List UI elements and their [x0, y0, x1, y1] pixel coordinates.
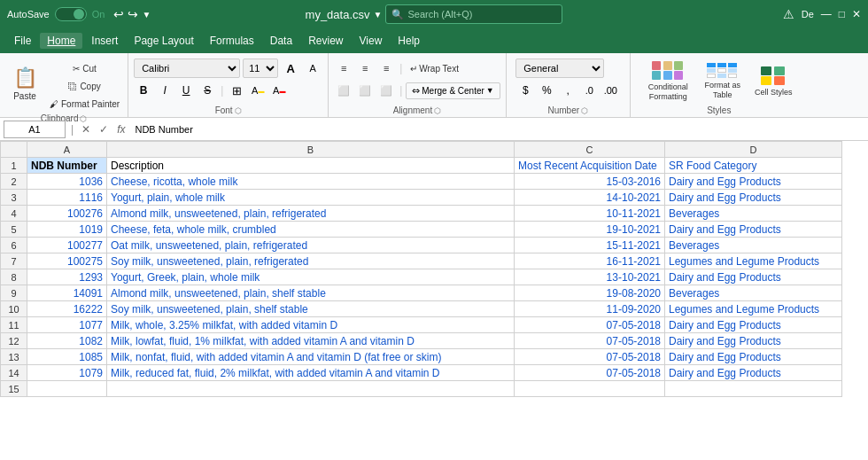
cell-b[interactable]: Milk, nonfat, fluid, with added vitamin …	[107, 349, 515, 365]
menu-view[interactable]: View	[353, 33, 390, 49]
cell-a[interactable]	[27, 381, 107, 397]
undo-icon[interactable]: ↩	[113, 7, 124, 21]
cell-b[interactable]: Almond milk, unsweetened, plain, shelf s…	[107, 285, 515, 301]
cut-button[interactable]: ✂ Cut	[47, 60, 122, 76]
cell-d[interactable]: Dairy and Egg Products	[665, 365, 842, 381]
formula-input[interactable]	[131, 124, 864, 135]
cell-b[interactable]: Milk, whole, 3.25% milkfat, with added v…	[107, 317, 515, 333]
cancel-formula-icon[interactable]: ✕	[79, 123, 93, 136]
maximize-icon[interactable]: □	[839, 8, 845, 20]
font-name-select[interactable]: Calibri	[134, 58, 240, 78]
merge-center-button[interactable]: ⇔ Merge & Center ▼	[406, 82, 500, 99]
strikethrough-button[interactable]: S	[198, 81, 217, 100]
cell-a[interactable]: 16222	[27, 301, 107, 317]
cell-c[interactable]	[515, 381, 665, 397]
align-top-right-button[interactable]: ≡	[376, 58, 396, 78]
font-expand-icon[interactable]: ⬡	[235, 106, 242, 115]
menu-file[interactable]: File	[7, 33, 38, 49]
cell-c[interactable]: 13-10-2021	[515, 269, 665, 285]
increase-decimal-button[interactable]: .0	[579, 81, 599, 100]
cell-d[interactable]: Beverages	[665, 206, 842, 222]
menu-help[interactable]: Help	[391, 33, 427, 49]
menu-review[interactable]: Review	[301, 33, 350, 49]
wrap-text-button[interactable]: ↵ Wrap Text	[406, 58, 463, 78]
cell-styles-button[interactable]: Cell Styles	[750, 58, 796, 105]
cell-c[interactable]: Most Recent Acquisition Date	[515, 158, 665, 174]
menu-home[interactable]: Home	[40, 33, 82, 49]
cell-a[interactable]: 1116	[27, 190, 107, 206]
cell-d[interactable]: Dairy and Egg Products	[665, 317, 842, 333]
align-top-center-button[interactable]: ≡	[355, 58, 375, 78]
menu-insert[interactable]: Insert	[84, 33, 125, 49]
italic-button[interactable]: I	[155, 81, 174, 100]
cell-c[interactable]: 10-11-2021	[515, 206, 665, 222]
cell-b[interactable]: Description	[107, 158, 515, 174]
border-button[interactable]: ⊞	[227, 81, 246, 100]
autosave-toggle[interactable]	[55, 7, 87, 21]
cell-d[interactable]	[665, 381, 842, 397]
copy-button[interactable]: ⿻ Copy	[47, 78, 122, 94]
cell-d[interactable]: Legumes and Legume Products	[665, 253, 842, 269]
percent-button[interactable]: %	[537, 81, 556, 100]
number-expand-icon[interactable]: ⬡	[581, 106, 588, 115]
paste-button[interactable]: 📋 Paste	[5, 60, 44, 106]
decrease-decimal-button[interactable]: .00	[601, 81, 620, 100]
redo-icon[interactable]: ↪	[128, 7, 138, 21]
cell-a[interactable]: 100277	[27, 238, 107, 253]
cell-b[interactable]: Soy milk, unsweetened, plain, refrigerat…	[107, 253, 515, 269]
cell-d[interactable]: Dairy and Egg Products	[665, 222, 842, 238]
number-format-select[interactable]: General	[515, 58, 604, 78]
cell-d[interactable]: Dairy and Egg Products	[665, 333, 842, 349]
cell-a[interactable]: 14091	[27, 285, 107, 301]
cell-b[interactable]: Milk, lowfat, fluid, 1% milkfat, with ad…	[107, 333, 515, 349]
increase-font-button[interactable]: A	[281, 58, 300, 78]
cell-d[interactable]: Beverages	[665, 238, 842, 253]
align-right-button[interactable]: ⬜	[376, 81, 396, 100]
cell-d[interactable]: Dairy and Egg Products	[665, 349, 842, 365]
cell-d[interactable]: Dairy and Egg Products	[665, 269, 842, 285]
merge-dropdown-icon[interactable]: ▼	[486, 86, 494, 95]
cell-a[interactable]: 1077	[27, 317, 107, 333]
comma-button[interactable]: ,	[558, 81, 577, 100]
currency-button[interactable]: $	[515, 81, 535, 100]
spreadsheet[interactable]: A B C D 1NDB NumberDescriptionMost Recen…	[0, 141, 868, 397]
cell-a[interactable]: 1019	[27, 222, 107, 238]
col-header-a[interactable]: A	[27, 142, 107, 158]
cell-d[interactable]: Dairy and Egg Products	[665, 190, 842, 206]
format-as-table-button[interactable]: Format as Table	[698, 58, 747, 105]
col-header-d[interactable]: D	[665, 142, 842, 158]
cell-d[interactable]: Legumes and Legume Products	[665, 301, 842, 317]
align-left-button[interactable]: ⬜	[334, 81, 353, 100]
menu-formulas[interactable]: Formulas	[203, 33, 261, 49]
cell-b[interactable]: Oat milk, unsweetened, plain, refrigerat…	[107, 238, 515, 253]
insert-function-icon[interactable]: fx	[114, 123, 128, 136]
cell-b[interactable]: Almond milk, unsweetened, plain, refrige…	[107, 206, 515, 222]
cell-a[interactable]: 1082	[27, 333, 107, 349]
cell-b[interactable]: Cheese, feta, whole milk, crumbled	[107, 222, 515, 238]
fill-color-button[interactable]: A▬	[248, 81, 267, 100]
cell-b[interactable]: Yogurt, plain, whole milk	[107, 190, 515, 206]
cell-b[interactable]: Milk, reduced fat, fluid, 2% milkfat, wi…	[107, 365, 515, 381]
font-size-select[interactable]: 11	[243, 58, 278, 78]
cell-a[interactable]: 1293	[27, 269, 107, 285]
cell-c[interactable]: 07-05-2018	[515, 317, 665, 333]
cell-c[interactable]: 19-08-2020	[515, 285, 665, 301]
cell-c[interactable]: 15-11-2021	[515, 238, 665, 253]
cell-c[interactable]: 11-09-2020	[515, 301, 665, 317]
search-box[interactable]: 🔍 Search (Alt+Q)	[385, 4, 562, 24]
col-header-b[interactable]: B	[107, 142, 515, 158]
cell-d[interactable]: Dairy and Egg Products	[665, 174, 842, 190]
cell-b[interactable]: Yogurt, Greek, plain, whole milk	[107, 269, 515, 285]
cell-c[interactable]: 16-11-2021	[515, 253, 665, 269]
confirm-formula-icon[interactable]: ✓	[97, 123, 111, 136]
menu-page-layout[interactable]: Page Layout	[127, 33, 200, 49]
minimize-icon[interactable]: —	[821, 8, 832, 20]
cell-a[interactable]: 100276	[27, 206, 107, 222]
font-color-button[interactable]: A▬	[269, 81, 289, 100]
file-dropdown-icon[interactable]: ▼	[374, 10, 383, 19]
dropdown-icon[interactable]: ▼	[142, 10, 151, 19]
clipboard-expand-icon[interactable]: ⬡	[80, 114, 87, 123]
underline-button[interactable]: U	[176, 81, 196, 100]
cell-d[interactable]: Beverages	[665, 285, 842, 301]
cell-c[interactable]: 07-05-2018	[515, 333, 665, 349]
